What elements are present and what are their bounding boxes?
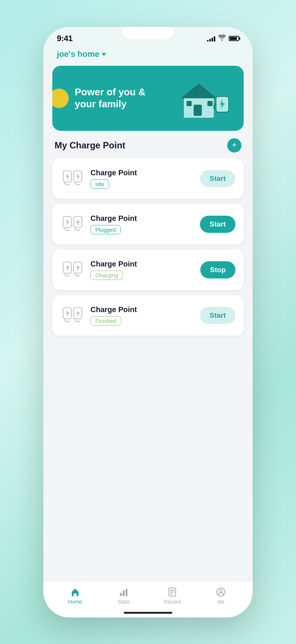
charge-point-icon: [61, 258, 84, 282]
start-button-idle[interactable]: Start: [200, 170, 235, 187]
signal-icon: [207, 36, 215, 41]
svg-marker-20: [66, 310, 70, 317]
banner-illustration: [173, 78, 232, 119]
banner-text: Power of you &your family: [64, 86, 145, 110]
promo-banner: Power of you &your family: [52, 66, 244, 131]
charge-info-idle: Charge Point Idle: [90, 169, 194, 189]
nav-item-record[interactable]: Record: [157, 587, 187, 605]
svg-marker-18: [76, 265, 80, 271]
phone-screen: 9:41: [43, 27, 253, 617]
home-icon: [70, 587, 80, 597]
svg-rect-2: [194, 105, 202, 116]
svg-marker-10: [76, 173, 80, 180]
start-button-finished[interactable]: Start: [200, 307, 235, 324]
battery-icon: [229, 36, 239, 41]
svg-marker-1: [181, 83, 217, 98]
charge-point-name: Charge Point: [90, 214, 194, 223]
bottom-navigation: Home Stats: [43, 581, 253, 608]
svg-rect-24: [120, 593, 122, 596]
charge-point-name: Charge Point: [90, 305, 194, 314]
charge-card-charging: Charge Point Charging Stop: [52, 250, 244, 290]
svg-marker-22: [76, 310, 80, 317]
svg-rect-26: [126, 589, 127, 596]
charge-card-idle: Charge Point Idle Start: [52, 158, 244, 199]
nav-item-stats[interactable]: Stats: [109, 587, 139, 605]
status-time: 9:41: [57, 34, 73, 43]
charge-point-icon: [61, 167, 84, 191]
location-name: joe's home: [57, 49, 99, 59]
svg-marker-16: [66, 265, 70, 271]
stop-button[interactable]: Stop: [200, 261, 235, 278]
status-badge-finished: Finished: [90, 316, 121, 326]
charge-point-icon: [61, 212, 84, 236]
nav-label-record: Record: [164, 599, 181, 605]
plus-icon: +: [232, 141, 237, 149]
status-badge-idle: Idle: [90, 179, 109, 189]
phone-frame: 9:41: [43, 27, 253, 617]
status-icons: [207, 35, 239, 42]
svg-marker-12: [66, 219, 70, 226]
chevron-down-icon: [102, 53, 106, 56]
location-selector[interactable]: joe's home: [57, 49, 239, 59]
status-badge-charging: Charging: [90, 271, 123, 280]
app-header: joe's home: [43, 46, 253, 66]
start-button-plugged[interactable]: Start: [200, 216, 235, 233]
charge-info-charging: Charge Point Charging: [90, 260, 194, 280]
home-bar: [124, 612, 172, 614]
svg-rect-23: [74, 594, 77, 596]
charge-info-finished: Charge Point Finished: [90, 305, 194, 326]
svg-rect-4: [207, 101, 213, 106]
svg-marker-14: [76, 219, 80, 226]
add-charge-point-button[interactable]: +: [227, 138, 241, 152]
banner-title: Power of you &your family: [75, 86, 145, 110]
record-icon: [167, 587, 178, 597]
charge-point-icon: [61, 303, 84, 327]
charge-point-name: Charge Point: [90, 260, 194, 268]
nav-label-home: Home: [68, 599, 82, 605]
nav-label-stats: Stats: [118, 599, 130, 605]
charge-card-finished: Charge Point Finished Start: [52, 295, 244, 336]
charge-point-name: Charge Point: [90, 169, 194, 177]
svg-rect-3: [186, 101, 192, 106]
section-header: My Charge Point +: [43, 138, 253, 158]
section-title: My Charge Point: [55, 140, 125, 151]
stats-icon: [118, 587, 129, 597]
me-icon: [216, 587, 226, 597]
wifi-icon: [218, 35, 226, 42]
charge-card-plugged: Charge Point Plugged Start: [52, 204, 244, 244]
svg-marker-8: [66, 173, 70, 180]
home-indicator: [43, 608, 253, 617]
svg-rect-25: [123, 591, 125, 596]
svg-point-29: [220, 589, 222, 592]
nav-label-me: Me: [217, 599, 224, 605]
charge-info-plugged: Charge Point Plugged: [90, 214, 194, 234]
status-badge-plugged: Plugged: [90, 225, 121, 234]
nav-item-me[interactable]: Me: [206, 587, 236, 605]
notch: [122, 27, 174, 39]
nav-item-home[interactable]: Home: [60, 587, 90, 605]
charge-point-list: Charge Point Idle Start: [43, 158, 253, 581]
